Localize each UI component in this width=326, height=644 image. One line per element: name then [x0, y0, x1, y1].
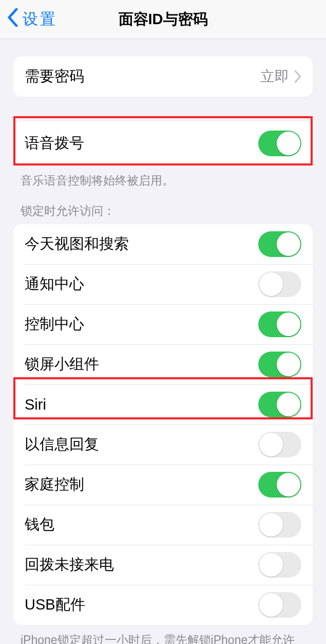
navbar: 设置 面容ID与密码	[0, 0, 326, 39]
locked-access-item-toggle[interactable]	[258, 392, 301, 417]
locked-access-item-label: USB配件	[25, 595, 258, 615]
locked-access-item-toggle[interactable]	[258, 592, 301, 618]
voice-dial-label: 语音拨号	[25, 133, 258, 154]
locked-access-item-label: Siri	[25, 396, 258, 413]
locked-access-item-toggle[interactable]	[258, 271, 301, 297]
locked-access-item-label: 钱包	[25, 514, 258, 535]
locked-access-row: 锁屏小组件	[13, 344, 313, 384]
locked-access-row: 以信息回复	[13, 425, 313, 465]
locked-access-row: 钱包	[13, 505, 313, 545]
locked-access-item-label: 以信息回复	[25, 434, 258, 455]
locked-access-item-toggle[interactable]	[258, 311, 301, 337]
require-passcode-group: 需要密码 立即	[13, 57, 313, 97]
locked-access-header: 锁定时允许访问：	[21, 203, 305, 219]
back-button[interactable]: 设置	[0, 8, 57, 30]
require-passcode-value: 立即	[260, 67, 289, 86]
locked-access-item-toggle[interactable]	[258, 231, 301, 257]
voice-dial-row: 语音拨号	[13, 121, 313, 165]
locked-access-item-label: 控制中心	[25, 314, 258, 335]
locked-access-item-toggle[interactable]	[258, 512, 301, 538]
voice-dial-footer: 音乐语音控制将始终被启用。	[21, 173, 305, 189]
locked-access-group: 今天视图和搜索通知中心控制中心锁屏小组件Siri以信息回复家庭控制钱包回拨未接来…	[13, 224, 313, 625]
locked-access-row: 回拨未接来电	[13, 545, 313, 585]
locked-access-item-label: 回拨未接来电	[25, 555, 258, 575]
locked-access-item-toggle[interactable]	[258, 352, 301, 377]
chevron-left-icon	[7, 8, 18, 30]
locked-access-row: Siri	[13, 384, 313, 425]
locked-access-row: 控制中心	[13, 304, 313, 344]
locked-access-footer: iPhone锁定超过一小时后，需先解锁iPhone才能允许USB配件连接。	[21, 632, 305, 644]
back-label: 设置	[23, 9, 57, 30]
locked-access-item-label: 锁屏小组件	[25, 354, 258, 375]
voice-dial-toggle[interactable]	[258, 131, 301, 156]
locked-access-item-toggle[interactable]	[258, 472, 301, 498]
require-passcode-row[interactable]: 需要密码 立即	[13, 57, 313, 97]
locked-access-item-toggle[interactable]	[258, 552, 301, 578]
require-passcode-label: 需要密码	[25, 66, 260, 87]
locked-access-row: 通知中心	[13, 264, 313, 304]
locked-access-item-label: 通知中心	[25, 274, 258, 295]
locked-access-item-label: 家庭控制	[25, 474, 258, 495]
locked-access-row: 今天视图和搜索	[13, 224, 313, 264]
locked-access-item-toggle[interactable]	[258, 432, 301, 457]
chevron-right-icon	[294, 70, 301, 83]
locked-access-row: 家庭控制	[13, 465, 313, 505]
voice-dial-group: 语音拨号	[13, 121, 313, 165]
locked-access-item-label: 今天视图和搜索	[25, 234, 258, 254]
locked-access-row: USB配件	[13, 585, 313, 625]
